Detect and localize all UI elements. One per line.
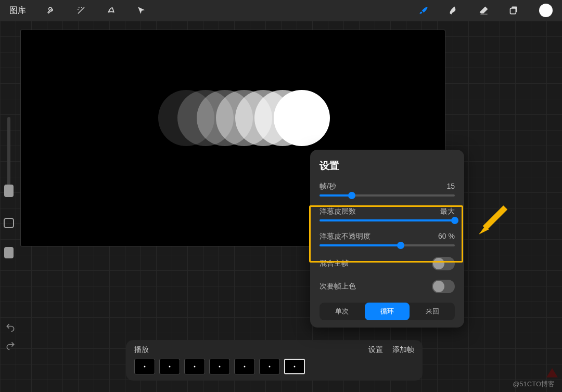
toolbar-left-group: 图库 — [9, 5, 147, 16]
tint-secondary-label: 次要帧上色 — [320, 282, 356, 291]
slider-fill — [320, 194, 352, 197]
onion-layers-slider[interactable] — [320, 219, 455, 221]
modifier-button[interactable] — [4, 218, 14, 228]
timeline-frame[interactable] — [259, 359, 280, 374]
timeline-header: 播放 设置 添加帧 — [134, 345, 414, 355]
side-slider-rail — [2, 117, 16, 273]
animation-timeline: 播放 设置 添加帧 — [126, 340, 423, 381]
animation-settings-popover: 设置 帧/秒 15 洋葱皮层数 最大 洋葱皮不透明度 60 % 混 — [310, 150, 464, 328]
gallery-button[interactable]: 图库 — [9, 5, 26, 16]
fps-setting: 帧/秒 15 — [320, 182, 455, 197]
add-frame-button[interactable]: 添加帧 — [392, 345, 414, 355]
slider-thumb[interactable] — [4, 185, 14, 197]
seg-once[interactable]: 单次 — [320, 303, 365, 320]
popover-title: 设置 — [320, 159, 455, 173]
selection-icon[interactable] — [106, 5, 117, 16]
smudge-icon[interactable] — [449, 5, 459, 16]
fps-slider[interactable] — [320, 194, 455, 197]
playback-mode-segment: 单次 循环 来回 — [320, 303, 455, 320]
eraser-icon[interactable] — [479, 5, 489, 16]
seg-pingpong[interactable]: 来回 — [410, 303, 455, 320]
onion-layers-label: 洋葱皮层数 — [320, 207, 356, 216]
play-button[interactable]: 播放 — [134, 345, 149, 355]
slider-fill — [320, 219, 455, 221]
undo-icon[interactable] — [5, 322, 16, 335]
onion-opacity-label: 洋葱皮不透明度 — [320, 232, 371, 241]
mix-main-label: 混合主帧 — [320, 259, 349, 268]
timeline-frame[interactable] — [159, 359, 180, 374]
timeline-frame[interactable] — [134, 359, 155, 374]
move-icon[interactable] — [136, 5, 147, 16]
seg-loop[interactable]: 循环 — [365, 303, 410, 320]
layers-icon[interactable] — [509, 5, 519, 16]
redo-icon[interactable] — [5, 341, 16, 353]
wand-icon[interactable] — [76, 5, 86, 16]
slider-fill — [320, 244, 401, 246]
timeline-frame[interactable] — [234, 359, 255, 374]
slider-knob[interactable] — [451, 217, 458, 224]
mix-main-toggle[interactable] — [432, 257, 455, 270]
timeline-settings-button[interactable]: 设置 — [368, 345, 383, 355]
brush-icon[interactable] — [418, 5, 429, 16]
slider-knob[interactable] — [348, 192, 355, 199]
fps-label: 帧/秒 — [320, 182, 336, 191]
color-swatch[interactable] — [539, 4, 553, 17]
watermark-text: @51CTO博客 — [513, 380, 555, 389]
timeline-frame-selected[interactable] — [284, 359, 305, 374]
onion-layers-setting: 洋葱皮层数 最大 — [320, 207, 455, 221]
fps-value: 15 — [446, 182, 455, 191]
frame-strip — [134, 359, 414, 374]
corner-mark-icon — [546, 368, 558, 377]
top-toolbar: 图库 — [0, 0, 562, 21]
onion-opacity-setting: 洋葱皮不透明度 60 % — [320, 232, 455, 246]
wrench-icon[interactable] — [46, 5, 56, 16]
annotation-arrow-icon — [477, 205, 513, 244]
mix-main-frame-row: 混合主帧 — [320, 257, 455, 270]
onion-layers-value: 最大 — [440, 207, 455, 216]
svg-rect-1 — [510, 8, 516, 14]
current-frame — [274, 90, 330, 146]
brush-size-slider[interactable] — [7, 117, 10, 195]
timeline-frame[interactable] — [184, 359, 205, 374]
timeline-frame[interactable] — [209, 359, 230, 374]
onion-opacity-value: 60 % — [438, 232, 455, 241]
opacity-slider-thumb[interactable] — [4, 247, 14, 258]
slider-knob[interactable] — [397, 242, 404, 249]
tint-secondary-toggle[interactable] — [432, 280, 455, 293]
svg-rect-3 — [483, 205, 507, 230]
onion-opacity-slider[interactable] — [320, 244, 455, 246]
tint-secondary-row: 次要帧上色 — [320, 280, 455, 293]
toolbar-right-group — [418, 4, 553, 17]
